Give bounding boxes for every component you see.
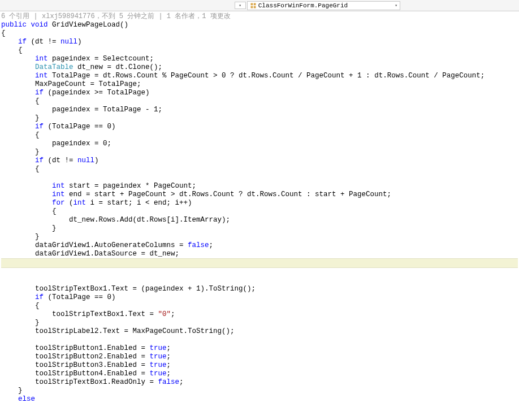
current-line xyxy=(1,258,518,268)
scope-dropdown-empty[interactable]: ▾ xyxy=(235,2,246,9)
svg-rect-0 xyxy=(250,3,253,5)
svg-rect-2 xyxy=(250,6,253,8)
chevron-down-icon: ▾ xyxy=(395,3,397,8)
svg-rect-1 xyxy=(253,3,256,5)
chevron-down-icon: ▾ xyxy=(239,3,241,8)
class-dropdown[interactable]: ClassForWinForm.PageGrid ▾ xyxy=(247,1,400,10)
class-icon xyxy=(250,2,257,9)
code-editor[interactable]: public void GridViewPageLoad() { if (dt … xyxy=(0,21,519,406)
svg-rect-3 xyxy=(253,6,256,8)
navigation-bar: ▾ ClassForWinForm.PageGrid ▾ xyxy=(0,0,519,11)
codelens-info[interactable]: 6 个引用 | xlxj598941776，不到 5 分钟之前 | 1 名作者，… xyxy=(0,11,519,21)
class-dropdown-label: ClassForWinForm.PageGrid xyxy=(258,2,348,9)
